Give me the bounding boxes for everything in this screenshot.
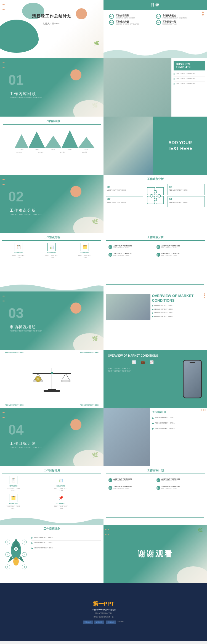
goal-kw-4: 📌 KEYWORD TEXT TEXT TEXT TEXT: [53, 494, 69, 510]
biz-right-panel: BUSINESS TEMPLATE ▶ ADD YOUR TEXT HERE..…: [171, 58, 207, 117]
svg-text:4: 4: [24, 566, 25, 568]
kw-icon-1: 📋: [15, 243, 23, 251]
svg-text:TIME: TIME: [68, 149, 71, 151]
rocket-item-2: ▶ ADD YOUR TEXT HERE: [31, 542, 101, 544]
kw2-item-4: 04 ADD YOUR TEXT HERE ADD YOUR TEXT HERE: [156, 253, 202, 257]
goal-list-item-4: 04 ADD YOUR TEXT HERE ADD YOUR TEXT HERE: [156, 486, 202, 490]
svg-line-26: [66, 374, 70, 380]
svg-text:5: 5: [7, 554, 8, 556]
svg-point-31: [51, 372, 53, 374]
keyword-row: 📋 KEYWORD TEXT TEXT TEXT TEXT 📊 KEYWORD …: [2, 243, 101, 259]
toc-sub-3: OVERVIEW OF MARKET CONDITIONS: [163, 17, 187, 19]
toc-item-4: 04 工作目标计划 WORK TARGET PLAN: [156, 20, 202, 25]
svg-text:TIME: TIME: [84, 149, 88, 151]
section-desc: TEXT TEXT TEXT TEXT TEXT TEXT TEXT: [10, 97, 42, 99]
goal-list-item-2: 02 ADD YOUR TEXT HERE ADD YOUR TEXT HERE: [108, 486, 154, 490]
kw-icon-2: 📊: [47, 243, 56, 251]
goal-kw-label-3: KEYWORD: [5, 503, 22, 504]
toc-num-2: 02: [109, 20, 114, 25]
goal-kw-label-2: KEYWORD: [53, 485, 69, 487]
puzzle-center: [144, 184, 166, 207]
biz-photo-left: [104, 58, 171, 117]
footer-links: 链接地址 链接地址 链接地址 Keyword: [83, 621, 124, 624]
biz-item-1: ▶ ADD YOUR TEXT HERE...: [174, 73, 205, 75]
toc-header: 目录: [104, 0, 207, 10]
kw2-num-4: 04: [156, 253, 160, 257]
goal-kw-title: 工作目标计划: [2, 469, 101, 474]
goal-kw-grid: 📋 KEYWORD TEXT TEXT TEXT TEXT 📊 KEYWORD …: [2, 476, 101, 510]
market-text-1: ADD YOUR TEXT HERE: [154, 305, 173, 306]
toc-item-2: 02 工作难点分析 ANALYSIS OF WORK DIFFICULTIES: [109, 20, 155, 25]
slide-goal-keywords: 工作目标计划 📋 KEYWORD TEXT TEXT TEXT TEXT 📊 K…: [0, 466, 104, 525]
footer-link-2[interactable]: 链接地址: [94, 621, 104, 624]
goal-list-num-4: 04: [156, 486, 160, 490]
footer-keyword: Keyword: [118, 621, 124, 624]
peach-circle-deco: [70, 69, 81, 80]
rocket-text-1: ADD YOUR TEXT HERE: [34, 537, 53, 538]
footer-link-3[interactable]: 链接地址: [106, 621, 116, 624]
biz-title: BUSINESS TEMPLATE: [176, 63, 203, 69]
biz-text-1: ADD YOUR TEXT HERE...: [176, 73, 196, 74]
footer-link-1[interactable]: 链接地址: [83, 621, 93, 624]
market-dots: [203, 293, 206, 298]
goal-kw-1: 📋 KEYWORD TEXT TEXT TEXT TEXT: [5, 476, 22, 492]
goal-list-num-1: 01: [108, 478, 112, 482]
slide-toc: 目录 01 工作内容回顾 REVIEW OF WORK CONTENT 03 市…: [104, 0, 207, 58]
section-title: 工作内容回顾: [10, 91, 36, 96]
toc-label-1: 工作内容回顾: [116, 14, 135, 17]
slide-goal-list: 工作目标计划 01 ADD YOUR TEXT HERE ADD YOUR TE…: [104, 466, 207, 525]
timeline-line: [106, 284, 204, 285]
section4-dots: [1, 409, 6, 419]
puzzle-item-1: 01 ADD YOUR TEXT HERE: [106, 184, 143, 195]
market-item-3: ▶ ADD YOUR TEXT HERE: [152, 312, 205, 314]
arrow-icon-3: ▶: [174, 83, 175, 85]
section3-dots: [1, 293, 6, 303]
svg-point-35: [15, 548, 17, 550]
slide-balance: ADD YOUR TEXT HERE ADD YOUR TEXT HERE: [0, 350, 104, 408]
goal-kw-2: 📊 KEYWORD TEXT TEXT TEXT TEXT: [53, 476, 69, 492]
kw2-sub-4: ADD YOUR TEXT HERE: [161, 254, 180, 256]
svg-point-15: [150, 194, 153, 197]
phone-icon-1: 📊: [131, 359, 137, 366]
goal-kw-wave: [0, 514, 104, 525]
svg-text:6: 6: [24, 554, 25, 556]
leaf-deco-2: 🌿: [92, 219, 98, 225]
rocket-div-2: [31, 546, 101, 546]
goal-text-1: ADD YOUR TEXT HERE...: [155, 417, 175, 419]
puzzle-right: 03 ADD YOUR TEXT HERE 04 ADD YOUR TEXT H…: [168, 184, 205, 207]
puzzle-num-1: 01: [107, 186, 110, 189]
puzzle-text-2: ADD YOUR TEXT HERE: [107, 201, 142, 203]
goal-kw-label-4: KEYWORD: [53, 503, 69, 504]
green-wave-deco: [104, 47, 207, 58]
toc-sub-1: REVIEW OF WORK CONTENT: [116, 17, 135, 19]
chart-labels: 第一季度 第二季度 第三季度 第四季度: [3, 151, 101, 153]
goal-kw-desc-3: TEXT TEXT TEXT TEXT: [5, 505, 22, 510]
svg-text:$: $: [37, 378, 39, 381]
rocket-svg: 1 2 3 4 5 6: [4, 534, 28, 575]
kw2-item-1: 01 ADD YOUR TEXT HERE ADD YOUR TEXT HERE: [108, 245, 154, 249]
cream-blob: [73, 100, 104, 117]
goal-kw-desc-2: TEXT TEXT TEXT TEXT: [53, 487, 69, 492]
bal-item-bl: ADD YOUR TEXT HERE: [5, 404, 23, 406]
biz-item-3: ▶ ADD YOUR TEXT HERE...: [174, 83, 205, 85]
svg-marker-3: [62, 130, 78, 148]
market-item-2: ▶ ADD YOUR TEXT HERE: [152, 308, 205, 311]
phone-left-text: OVERVIEW OF MARKET CONDITIONS 📊 💼 📈 TEXT…: [106, 352, 180, 406]
toc-label-2: 工作难点分析: [116, 20, 139, 23]
goal-list-sub-4: ADD YOUR TEXT HERE: [161, 488, 180, 489]
goal-list-grid: 01 ADD YOUR TEXT HERE ADD YOUR TEXT HERE…: [108, 478, 202, 491]
bal-item-br: ADD YOUR TEXT HERE: [80, 404, 99, 406]
phone-device: [183, 360, 202, 398]
goal-list-sub-2: ADD YOUR TEXT HERE: [113, 488, 132, 489]
toc-num-3: 03: [156, 14, 161, 19]
ty-dots: [105, 526, 109, 536]
rocket-item-3: ▶ ADD YOUR TEXT HERE: [31, 547, 101, 550]
phone-icon-3: 📈: [148, 359, 155, 366]
goal-list-item-3: 03 ADD YOUR TEXT HERE ADD YOUR TEXT HERE: [156, 478, 202, 482]
leaf-deco: 🌿: [94, 41, 99, 46]
section4-title: 工作目标计划: [10, 441, 36, 446]
section2-dots: [1, 176, 6, 186]
toc-grid: 01 工作内容回顾 REVIEW OF WORK CONTENT 03 市场状况…: [104, 10, 207, 29]
goal-list-sub-1: ADD YOUR TEXT HERE: [113, 480, 132, 482]
puzzle-text-4: ADD YOUR TEXT HERE: [169, 201, 203, 203]
